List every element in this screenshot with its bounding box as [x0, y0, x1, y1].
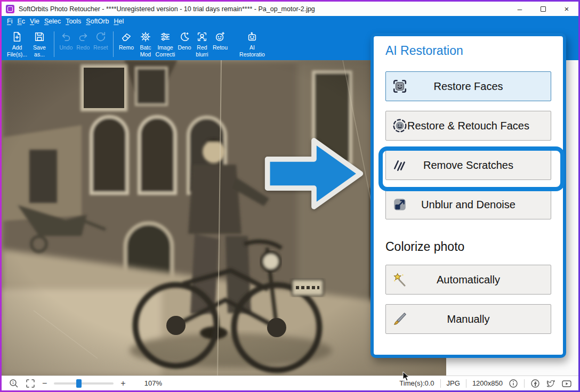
menu-help[interactable]: Hel — [114, 18, 128, 26]
add-files-button[interactable]: AddFile(s)... — [6, 30, 28, 58]
reset-icon — [95, 30, 107, 43]
redo-icon — [77, 30, 89, 43]
menu-view[interactable]: Vie — [30, 18, 44, 26]
face-detect-icon — [196, 30, 208, 43]
reset-button[interactable]: Reset — [92, 30, 110, 51]
eraser-icon — [120, 30, 132, 43]
unblur-denoise-button[interactable]: Unblur and Denoise — [385, 190, 551, 219]
fit-to-screen-icon[interactable] — [26, 379, 35, 388]
zoom-slider[interactable] — [54, 382, 114, 385]
menu-select[interactable]: Selec — [44, 18, 66, 26]
paintbrush-icon — [392, 312, 407, 326]
colorize-section-title: Colorize photo — [385, 240, 563, 254]
screenshot-frame: SoftOrbits Photo Retoucher - ****Unregis… — [0, 0, 580, 392]
reduce-blur-button[interactable]: Redblurri — [194, 30, 211, 58]
facebook-icon[interactable] — [530, 379, 540, 388]
sharpen-icon — [392, 197, 407, 212]
zoom-controls: 1 − + 107% — [9, 379, 162, 388]
denoise-button[interactable]: Deno — [175, 30, 194, 51]
close-button[interactable]: × — [555, 2, 578, 16]
face-sparkle-icon — [214, 30, 226, 43]
image-correction-button[interactable]: ImageCorrecti — [155, 30, 175, 58]
status-separator — [466, 379, 466, 388]
menu-softorbits[interactable]: SoftOrb — [86, 18, 114, 26]
gear-icon — [140, 30, 151, 43]
app-window: SoftOrbits Photo Retoucher - ****Unregis… — [2, 2, 578, 390]
status-separator — [524, 379, 525, 388]
toolbar-separator — [54, 31, 54, 57]
redo-button[interactable]: Redo — [75, 30, 92, 51]
retouch-button[interactable]: Retou — [211, 30, 230, 51]
youtube-icon[interactable] — [561, 379, 572, 388]
maximize-button[interactable] — [531, 2, 555, 16]
ai-restoration-button[interactable]: AIRestoratio — [237, 30, 267, 58]
actual-size-icon[interactable]: 1 — [9, 379, 19, 388]
status-separator — [440, 379, 441, 388]
panel-title: AI Restoration — [385, 44, 563, 58]
zoom-in-button[interactable]: + — [120, 379, 125, 388]
add-file-icon — [11, 30, 23, 43]
window-controls: – × — [508, 2, 578, 16]
maximize-icon — [541, 6, 546, 12]
title-bar: SoftOrbits Photo Retoucher - ****Unregis… — [2, 2, 578, 16]
undo-icon — [60, 30, 72, 43]
status-right: Time(s):0.0 JPG 1200x850 — [399, 379, 572, 388]
remove-scratches-button[interactable]: Remove Scratches — [385, 150, 551, 180]
save-icon — [34, 30, 45, 43]
menu-file[interactable]: Fi — [7, 18, 17, 26]
mouse-cursor — [402, 371, 411, 382]
undo-button[interactable]: Undo — [58, 30, 75, 51]
menu-bar: Fi Ec Vie Selec Tools SoftOrb Hel — [2, 16, 578, 27]
image-dimensions: 1200x850 — [472, 379, 503, 387]
status-bar: 1 − + 107% Time(s):0.0 JPG 1200x850 — [2, 375, 578, 390]
magic-wand-icon — [392, 272, 407, 287]
minimize-button[interactable]: – — [508, 2, 531, 16]
face-id-icon — [392, 79, 407, 94]
zoom-out-button[interactable]: − — [42, 379, 47, 388]
zoom-slider-handle[interactable] — [76, 379, 82, 388]
sliders-icon — [159, 30, 171, 43]
face-dashed-icon — [392, 118, 407, 133]
moon-icon — [179, 30, 190, 43]
remove-button[interactable]: Remo — [117, 30, 136, 51]
menu-edit[interactable]: Ec — [17, 18, 30, 26]
toolbar-separator — [113, 31, 114, 57]
colorize-manually-button[interactable]: Manually — [385, 304, 551, 334]
twitter-icon[interactable] — [546, 379, 555, 388]
zoom-percent: 107% — [144, 379, 162, 387]
scratches-icon — [392, 158, 407, 173]
file-format: JPG — [447, 379, 460, 387]
ai-restoration-panel: AI Restoration Restore Faces — [370, 33, 566, 358]
menu-tools[interactable]: Tools — [66, 18, 86, 26]
app-icon — [6, 5, 14, 13]
callout-arrow — [262, 133, 366, 214]
window-title: SoftOrbits Photo Retoucher - ****Unregis… — [19, 5, 315, 13]
restore-retouch-faces-button[interactable]: Restore & Retouch Faces — [385, 111, 551, 141]
robot-icon — [246, 30, 258, 43]
info-icon[interactable] — [509, 379, 518, 388]
save-as-button[interactable]: Saveas... — [28, 30, 51, 58]
colorize-automatically-button[interactable]: Automatically — [385, 265, 551, 295]
svg-text:1: 1 — [12, 381, 14, 385]
restore-faces-button[interactable]: Restore Faces — [385, 71, 551, 101]
batch-mode-button[interactable]: BatcMod — [136, 30, 155, 58]
